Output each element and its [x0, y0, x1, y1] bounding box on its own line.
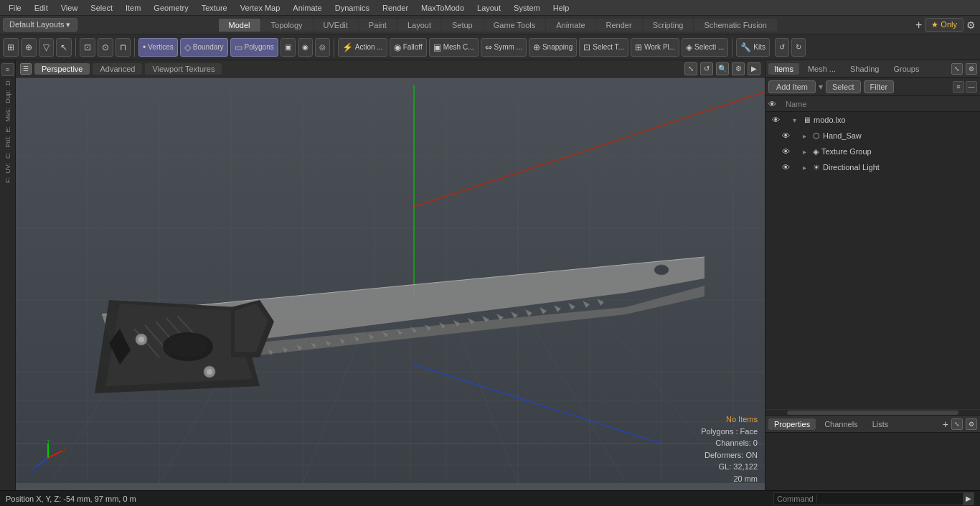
tool-symmetry[interactable]: ⇔ Symm ...: [481, 38, 527, 57]
tool-mesh-constraint[interactable]: ▣ Mesh C...: [429, 38, 479, 57]
layout-tab-uvedit[interactable]: UVEdit: [314, 19, 358, 32]
tool-circle-select[interactable]: ⊙: [98, 38, 113, 57]
command-input[interactable]: [817, 495, 963, 503]
layout-add-icon[interactable]: +: [915, 19, 922, 32]
viewport-3d[interactable]: No Items Polygons : Face Channels: 0 Def…: [16, 78, 765, 490]
sidebar-expand-btn[interactable]: ≡: [1, 63, 14, 76]
item-row-modo-lxo[interactable]: 👁 ▾ 🖥 modo.lxo: [765, 112, 980, 128]
menu-file[interactable]: File: [3, 2, 27, 14]
add-item-button[interactable]: Add Item: [768, 80, 816, 93]
menu-help[interactable]: Help: [547, 2, 575, 14]
viewport-tab-advanced[interactable]: Advanced: [93, 63, 142, 75]
viewport-ctrl-search[interactable]: 🔍: [716, 62, 729, 75]
layout-tab-scripting[interactable]: Scripting: [643, 19, 694, 32]
panel-tab-groups[interactable]: Groups: [887, 63, 925, 75]
items-collapse-btn[interactable]: —: [966, 81, 977, 93]
layout-gear-icon[interactable]: ⚙: [966, 19, 976, 31]
items-select-button[interactable]: Select: [826, 80, 861, 93]
viewport-toggle-btn[interactable]: ☰: [20, 63, 32, 75]
tool-mode6[interactable]: ◎: [315, 38, 330, 57]
viewport-ctrl-expand[interactable]: ⤡: [684, 62, 697, 75]
add-item-dropdown[interactable]: ▾: [819, 82, 823, 92]
tool-select-tool[interactable]: ⊡ Select T...: [579, 38, 628, 57]
menu-item[interactable]: Item: [120, 2, 146, 14]
viewport-ctrl-refresh[interactable]: ↺: [700, 62, 713, 75]
menu-view[interactable]: View: [55, 2, 84, 14]
tool-vertices[interactable]: • Vertices: [138, 38, 178, 57]
item-eye-directional-light[interactable]: 👁: [778, 163, 793, 172]
tool-kits[interactable]: 🔧 Kits: [736, 38, 770, 57]
tool-work-plane[interactable]: ⊞ Work Pl...: [631, 38, 679, 57]
tool-snap[interactable]: ⊕: [21, 38, 37, 57]
layout-tab-game-tools[interactable]: Game Tools: [484, 19, 546, 32]
sidebar-label-f[interactable]: F:: [4, 177, 11, 183]
menu-vertex-map[interactable]: Vertex Map: [235, 2, 286, 14]
tool-action[interactable]: ⚡ Action ...: [338, 38, 387, 57]
panel-tab-shading[interactable]: Shading: [844, 63, 885, 75]
sidebar-label-dup[interactable]: Dup:: [4, 90, 11, 103]
tool-mode4[interactable]: ▣: [281, 38, 296, 57]
items-filter-button[interactable]: Filter: [864, 80, 894, 93]
tool-mode5[interactable]: ◉: [298, 38, 313, 57]
layout-tab-topology[interactable]: Topology: [261, 19, 313, 32]
panel-tab-mesh[interactable]: Mesh ...: [802, 63, 842, 75]
tool-select-arrow[interactable]: ▽: [39, 38, 54, 57]
panel-tab-items[interactable]: Items: [768, 63, 799, 75]
item-row-hand-saw[interactable]: 👁 ▸ ⬡ Hand_Saw: [765, 128, 980, 144]
menu-geometry[interactable]: Geometry: [148, 2, 194, 14]
star-only-button[interactable]: ★ Only: [925, 18, 963, 32]
layout-tab-animate[interactable]: Animate: [546, 19, 595, 32]
sidebar-label-edit[interactable]: E:: [4, 126, 11, 133]
prop-settings-btn[interactable]: ⚙: [966, 418, 977, 430]
viewport-ctrl-settings[interactable]: ⚙: [732, 62, 745, 75]
menu-select[interactable]: Select: [85, 2, 118, 14]
item-row-texture-group[interactable]: 👁 ▸ ◈ Texture Group: [765, 144, 980, 159]
tool-selection[interactable]: ◈ Selecti ...: [682, 38, 728, 57]
menu-animate[interactable]: Animate: [287, 2, 327, 14]
item-expand-texture-group[interactable]: ▸: [803, 148, 813, 156]
item-eye-hand-saw[interactable]: 👁: [778, 131, 793, 140]
sidebar-label-curve[interactable]: C:: [4, 152, 11, 159]
items-sort-btn[interactable]: ≡: [953, 81, 964, 93]
tool-snapping[interactable]: ⊕ Snapping: [529, 38, 577, 57]
prop-tab-lists[interactable]: Lists: [867, 418, 895, 430]
layout-tab-layout[interactable]: Layout: [397, 19, 441, 32]
tool-transform[interactable]: ⊞: [3, 38, 19, 57]
layout-tab-schematic[interactable]: Schematic Fusion: [694, 19, 776, 32]
tool-lasso[interactable]: ⊓: [116, 38, 131, 57]
tool-rotate-left[interactable]: ↺: [775, 38, 789, 57]
menu-layout[interactable]: Layout: [471, 2, 507, 14]
menu-maxtomodo[interactable]: MaxToModo: [415, 2, 470, 14]
item-expand-modo-lxo[interactable]: ▾: [793, 116, 803, 124]
panel-settings-btn[interactable]: ⚙: [966, 63, 977, 75]
prop-plus-btn[interactable]: +: [943, 418, 948, 430]
default-layouts-button[interactable]: Default Layouts ▾: [3, 18, 77, 32]
viewport-ctrl-more[interactable]: ▶: [748, 62, 760, 75]
sidebar-label-mesh[interactable]: Mes:: [4, 108, 11, 122]
viewport-tab-textures[interactable]: Viewport Textures: [145, 63, 222, 75]
menu-texture[interactable]: Texture: [196, 2, 233, 14]
prop-tab-properties[interactable]: Properties: [768, 418, 816, 430]
item-row-directional-light[interactable]: 👁 ▸ ☀ Directional Light: [765, 159, 980, 175]
menu-render[interactable]: Render: [377, 2, 414, 14]
layout-tab-paint[interactable]: Paint: [359, 19, 397, 32]
command-submit-btn[interactable]: ▶: [963, 492, 974, 505]
menu-edit[interactable]: Edit: [29, 2, 54, 14]
prop-tab-channels[interactable]: Channels: [819, 418, 863, 430]
layout-tab-render[interactable]: Render: [596, 19, 642, 32]
item-expand-directional-light[interactable]: ▸: [803, 164, 813, 172]
prop-expand-btn[interactable]: ⤡: [951, 418, 963, 430]
sidebar-label-deform[interactable]: D:: [4, 79, 11, 85]
layout-tab-setup[interactable]: Setup: [442, 19, 483, 32]
menu-system[interactable]: System: [508, 2, 546, 14]
menu-dynamics[interactable]: Dynamics: [329, 2, 375, 14]
panel-expand-btn[interactable]: ⤡: [951, 63, 963, 75]
tool-paint-select[interactable]: ⊡: [80, 38, 95, 57]
tool-polygons[interactable]: ▭ Polygons: [230, 38, 278, 57]
item-expand-hand-saw[interactable]: ▸: [803, 132, 813, 140]
item-eye-modo-lxo[interactable]: 👁: [768, 116, 783, 124]
viewport-tab-perspective[interactable]: Perspective: [34, 63, 90, 75]
tool-pointer[interactable]: ↖: [56, 38, 72, 57]
item-eye-texture-group[interactable]: 👁: [778, 147, 793, 156]
sidebar-label-poly[interactable]: Pol:: [4, 136, 11, 148]
